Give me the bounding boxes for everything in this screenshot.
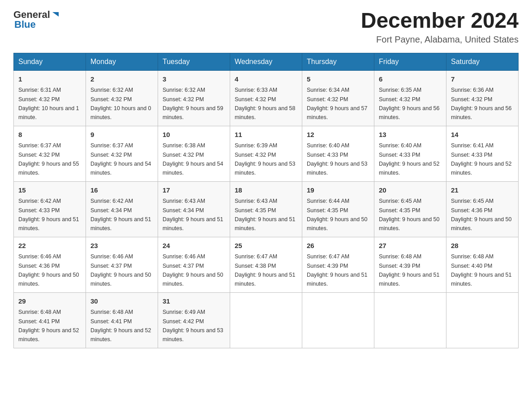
table-row bbox=[374, 292, 446, 348]
table-row: 31 Sunrise: 6:49 AMSunset: 4:42 PMDaylig… bbox=[158, 292, 230, 348]
day-info: Sunrise: 6:38 AMSunset: 4:32 PMDaylight:… bbox=[163, 142, 223, 176]
day-info: Sunrise: 6:48 AMSunset: 4:40 PMDaylight:… bbox=[451, 253, 512, 287]
day-number: 26 bbox=[307, 241, 369, 251]
day-number: 24 bbox=[163, 241, 225, 251]
table-row: 4 Sunrise: 6:33 AMSunset: 4:32 PMDayligh… bbox=[230, 70, 302, 126]
table-row: 13 Sunrise: 6:40 AMSunset: 4:33 PMDaylig… bbox=[374, 126, 446, 181]
day-info: Sunrise: 6:44 AMSunset: 4:35 PMDaylight:… bbox=[307, 198, 368, 231]
calendar-week-row: 29 Sunrise: 6:48 AMSunset: 4:41 PMDaylig… bbox=[14, 292, 519, 348]
table-row: 18 Sunrise: 6:43 AMSunset: 4:35 PMDaylig… bbox=[230, 181, 302, 237]
day-number: 18 bbox=[235, 185, 297, 196]
day-info: Sunrise: 6:40 AMSunset: 4:33 PMDaylight:… bbox=[379, 142, 440, 176]
day-info: Sunrise: 6:32 AMSunset: 4:32 PMDaylight:… bbox=[90, 87, 151, 120]
day-info: Sunrise: 6:37 AMSunset: 4:32 PMDaylight:… bbox=[18, 142, 79, 176]
day-info: Sunrise: 6:46 AMSunset: 4:37 PMDaylight:… bbox=[90, 253, 151, 287]
day-number: 1 bbox=[18, 74, 81, 85]
table-row: 28 Sunrise: 6:48 AMSunset: 4:40 PMDaylig… bbox=[446, 237, 519, 292]
table-row: 9 Sunrise: 6:37 AMSunset: 4:32 PMDayligh… bbox=[86, 126, 158, 181]
day-number: 31 bbox=[163, 296, 225, 307]
table-row: 11 Sunrise: 6:39 AMSunset: 4:32 PMDaylig… bbox=[230, 126, 302, 181]
day-info: Sunrise: 6:35 AMSunset: 4:32 PMDaylight:… bbox=[379, 87, 440, 120]
page-header: General Blue December 2024 Fort Payne, A… bbox=[13, 9, 519, 45]
day-number: 20 bbox=[379, 185, 442, 196]
day-number: 12 bbox=[307, 130, 369, 140]
header-sunday: Sunday bbox=[14, 53, 86, 70]
day-info: Sunrise: 6:43 AMSunset: 4:35 PMDaylight:… bbox=[235, 198, 296, 231]
day-info: Sunrise: 6:32 AMSunset: 4:32 PMDaylight:… bbox=[163, 87, 223, 120]
day-info: Sunrise: 6:45 AMSunset: 4:36 PMDaylight:… bbox=[451, 198, 512, 231]
day-info: Sunrise: 6:42 AMSunset: 4:33 PMDaylight:… bbox=[18, 198, 79, 231]
day-number: 23 bbox=[90, 241, 153, 251]
calendar-table: Sunday Monday Tuesday Wednesday Thursday… bbox=[13, 53, 519, 348]
table-row: 20 Sunrise: 6:45 AMSunset: 4:35 PMDaylig… bbox=[374, 181, 446, 237]
table-row: 17 Sunrise: 6:43 AMSunset: 4:34 PMDaylig… bbox=[158, 181, 230, 237]
day-number: 19 bbox=[307, 185, 369, 196]
day-info: Sunrise: 6:46 AMSunset: 4:37 PMDaylight:… bbox=[163, 253, 223, 287]
day-info: Sunrise: 6:49 AMSunset: 4:42 PMDaylight:… bbox=[163, 309, 223, 342]
header-saturday: Saturday bbox=[446, 53, 519, 70]
day-number: 6 bbox=[379, 74, 442, 85]
table-row: 3 Sunrise: 6:32 AMSunset: 4:32 PMDayligh… bbox=[158, 70, 230, 126]
table-row: 21 Sunrise: 6:45 AMSunset: 4:36 PMDaylig… bbox=[446, 181, 519, 237]
day-number: 13 bbox=[379, 130, 442, 140]
table-row: 5 Sunrise: 6:34 AMSunset: 4:32 PMDayligh… bbox=[302, 70, 374, 126]
table-row: 8 Sunrise: 6:37 AMSunset: 4:32 PMDayligh… bbox=[14, 126, 86, 181]
table-row: 14 Sunrise: 6:41 AMSunset: 4:33 PMDaylig… bbox=[446, 126, 519, 181]
table-row: 24 Sunrise: 6:46 AMSunset: 4:37 PMDaylig… bbox=[158, 237, 230, 292]
table-row: 23 Sunrise: 6:46 AMSunset: 4:37 PMDaylig… bbox=[86, 237, 158, 292]
day-number: 7 bbox=[451, 74, 514, 85]
table-row: 19 Sunrise: 6:44 AMSunset: 4:35 PMDaylig… bbox=[302, 181, 374, 237]
day-info: Sunrise: 6:45 AMSunset: 4:35 PMDaylight:… bbox=[379, 198, 440, 231]
day-info: Sunrise: 6:33 AMSunset: 4:32 PMDaylight:… bbox=[235, 87, 296, 120]
calendar-week-row: 8 Sunrise: 6:37 AMSunset: 4:32 PMDayligh… bbox=[14, 126, 519, 181]
day-number: 2 bbox=[90, 74, 153, 85]
table-row: 26 Sunrise: 6:47 AMSunset: 4:39 PMDaylig… bbox=[302, 237, 374, 292]
day-info: Sunrise: 6:41 AMSunset: 4:33 PMDaylight:… bbox=[451, 142, 512, 176]
day-number: 3 bbox=[163, 74, 225, 85]
table-row bbox=[446, 292, 519, 348]
day-number: 22 bbox=[18, 241, 81, 251]
table-row: 15 Sunrise: 6:42 AMSunset: 4:33 PMDaylig… bbox=[14, 181, 86, 237]
table-row: 22 Sunrise: 6:46 AMSunset: 4:36 PMDaylig… bbox=[14, 237, 86, 292]
day-info: Sunrise: 6:48 AMSunset: 4:41 PMDaylight:… bbox=[90, 309, 151, 342]
table-row: 7 Sunrise: 6:36 AMSunset: 4:32 PMDayligh… bbox=[446, 70, 519, 126]
day-number: 10 bbox=[163, 130, 225, 140]
day-info: Sunrise: 6:42 AMSunset: 4:34 PMDaylight:… bbox=[90, 198, 151, 231]
day-number: 8 bbox=[18, 130, 81, 140]
calendar-title-area: December 2024 Fort Payne, Alabama, Unite… bbox=[361, 9, 519, 45]
table-row: 25 Sunrise: 6:47 AMSunset: 4:38 PMDaylig… bbox=[230, 237, 302, 292]
header-friday: Friday bbox=[374, 53, 446, 70]
day-number: 14 bbox=[451, 130, 514, 140]
day-number: 27 bbox=[379, 241, 442, 251]
day-number: 17 bbox=[163, 185, 225, 196]
table-row: 2 Sunrise: 6:32 AMSunset: 4:32 PMDayligh… bbox=[86, 70, 158, 126]
day-info: Sunrise: 6:40 AMSunset: 4:33 PMDaylight:… bbox=[307, 142, 368, 176]
calendar-week-row: 15 Sunrise: 6:42 AMSunset: 4:33 PMDaylig… bbox=[14, 181, 519, 237]
table-row: 30 Sunrise: 6:48 AMSunset: 4:41 PMDaylig… bbox=[86, 292, 158, 348]
logo: General Blue bbox=[13, 9, 60, 30]
table-row: 16 Sunrise: 6:42 AMSunset: 4:34 PMDaylig… bbox=[86, 181, 158, 237]
day-number: 30 bbox=[90, 296, 153, 307]
day-info: Sunrise: 6:36 AMSunset: 4:32 PMDaylight:… bbox=[451, 87, 512, 120]
day-number: 21 bbox=[451, 185, 514, 196]
table-row: 12 Sunrise: 6:40 AMSunset: 4:33 PMDaylig… bbox=[302, 126, 374, 181]
day-number: 5 bbox=[307, 74, 369, 85]
header-tuesday: Tuesday bbox=[158, 53, 230, 70]
svg-marker-0 bbox=[52, 12, 59, 17]
calendar-week-row: 22 Sunrise: 6:46 AMSunset: 4:36 PMDaylig… bbox=[14, 237, 519, 292]
day-number: 28 bbox=[451, 241, 514, 251]
table-row: 27 Sunrise: 6:48 AMSunset: 4:39 PMDaylig… bbox=[374, 237, 446, 292]
day-info: Sunrise: 6:47 AMSunset: 4:39 PMDaylight:… bbox=[307, 253, 368, 287]
day-number: 4 bbox=[235, 74, 297, 85]
table-row: 29 Sunrise: 6:48 AMSunset: 4:41 PMDaylig… bbox=[14, 292, 86, 348]
day-number: 11 bbox=[235, 130, 297, 140]
day-number: 16 bbox=[90, 185, 153, 196]
day-info: Sunrise: 6:48 AMSunset: 4:39 PMDaylight:… bbox=[379, 253, 440, 287]
day-info: Sunrise: 6:47 AMSunset: 4:38 PMDaylight:… bbox=[235, 253, 296, 287]
day-info: Sunrise: 6:43 AMSunset: 4:34 PMDaylight:… bbox=[163, 198, 223, 231]
header-monday: Monday bbox=[86, 53, 158, 70]
day-number: 29 bbox=[18, 296, 81, 307]
day-number: 15 bbox=[18, 185, 81, 196]
day-info: Sunrise: 6:39 AMSunset: 4:32 PMDaylight:… bbox=[235, 142, 296, 176]
location-subtitle: Fort Payne, Alabama, United States bbox=[361, 34, 519, 45]
